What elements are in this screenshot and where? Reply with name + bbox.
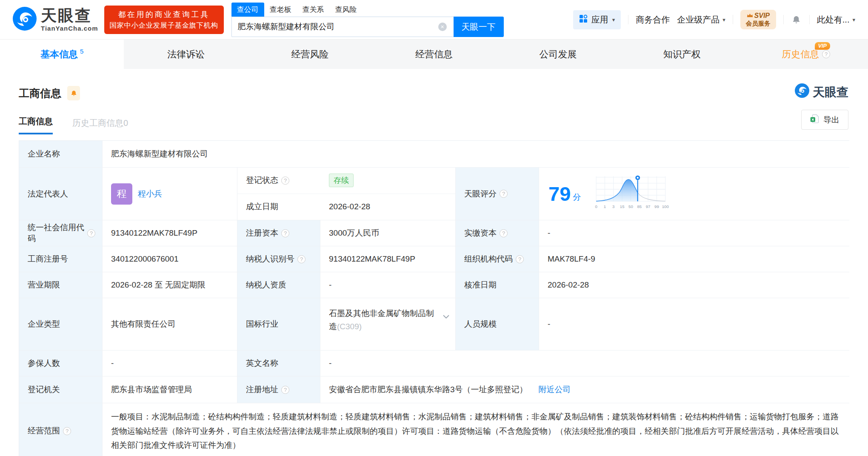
- reg-status-label-cell: 登记状态 ?: [237, 168, 320, 194]
- table-row: 参保人数 - 英文名称 -: [19, 351, 849, 376]
- tab-label: 公司发展: [539, 48, 577, 61]
- tab-basic-info[interactable]: 基本信息 5: [0, 40, 124, 69]
- org-code-label: 组织机构代码: [464, 254, 513, 265]
- tianyancha-swirl-icon: [795, 83, 809, 101]
- svg-text:85: 85: [637, 204, 642, 209]
- divider: [809, 15, 810, 24]
- industry-cell: 石墨及其他非金属矿物制品制造(C309): [320, 298, 456, 350]
- caret-down-icon: ▾: [612, 17, 615, 23]
- export-button[interactable]: 导出: [801, 110, 848, 130]
- reg-number-label: 工商注册号: [19, 246, 103, 272]
- help-icon[interactable]: ?: [500, 229, 508, 237]
- svg-text:15: 15: [620, 204, 625, 209]
- taxpayer-id-label-cell: 纳税人识别号 ?: [237, 246, 320, 272]
- org-code-label-cell: 组织机构代码 ?: [456, 246, 539, 272]
- paid-capital-label-cell: 实缴资本 ?: [456, 220, 539, 246]
- svg-text:99: 99: [654, 204, 659, 209]
- user-account-menu[interactable]: 此处有... ▾: [817, 14, 855, 26]
- excel-icon: [810, 114, 819, 125]
- reg-address-cell: 安徽省合肥市肥东县撮镇镇东华路3号（一址多照登记） 附近公司: [320, 376, 850, 403]
- help-icon[interactable]: ?: [281, 386, 289, 394]
- subtab-current-business-info[interactable]: 工商信息: [19, 116, 53, 134]
- svg-text:50: 50: [628, 204, 633, 209]
- search-tabs: 查公司 查老板 查关系 查风险: [231, 3, 504, 17]
- svip-member-button[interactable]: SVIP 会员服务: [740, 10, 776, 29]
- help-icon[interactable]: ?: [822, 50, 830, 58]
- enterprise-products-menu[interactable]: 企业级产品 ▾: [677, 14, 725, 26]
- vip-badge: VIP: [815, 42, 830, 50]
- tab-label: 经营风险: [291, 48, 329, 61]
- help-icon[interactable]: ?: [281, 177, 289, 185]
- svg-text:100: 100: [662, 204, 669, 209]
- help-icon[interactable]: ?: [297, 255, 306, 263]
- staff-size-value: -: [539, 298, 850, 350]
- svg-text:0: 0: [595, 204, 597, 209]
- score-distribution-chart: 0 1 3 15 50 85 97 99 100: [592, 174, 672, 214]
- tianyancha-logo[interactable]: 天眼查 TianYanCha.com: [13, 7, 98, 32]
- tab-operating-info[interactable]: 经营信息: [372, 40, 496, 69]
- taxpayer-quality-label: 纳税人资质: [237, 272, 320, 298]
- reg-address-label-cell: 注册地址 ?: [237, 376, 320, 403]
- tab-label: 法律诉讼: [167, 48, 205, 61]
- nearby-companies-link[interactable]: 附近公司: [539, 384, 571, 395]
- chevron-down-icon[interactable]: [443, 310, 449, 323]
- divider: [733, 15, 733, 24]
- help-icon[interactable]: ?: [516, 255, 524, 263]
- credit-code-value: 91340122MAK78LF49P: [103, 220, 237, 246]
- search-button[interactable]: 天眼一下: [454, 17, 504, 37]
- tab-company-development[interactable]: 公司发展: [496, 40, 620, 69]
- monitor-bell-icon[interactable]: [67, 86, 80, 100]
- taxpayer-id-value: 91340122MAK78LF49P: [320, 246, 456, 272]
- search-area: 查公司 查老板 查关系 查风险 × 天眼一下: [231, 3, 504, 37]
- clear-icon[interactable]: ×: [438, 23, 447, 31]
- tab-basic-info-count: 5: [80, 48, 83, 55]
- score-label: 天眼评分: [464, 188, 497, 200]
- caret-down-icon: ▾: [852, 17, 855, 23]
- subtab-history-business-info[interactable]: 历史工商信息0: [72, 117, 128, 134]
- reg-status-label: 登记状态: [246, 175, 278, 186]
- help-icon[interactable]: ?: [281, 229, 289, 237]
- credit-code-label-cell: 统一社会信用代码 ?: [19, 220, 103, 246]
- legal-rep-cell: 程 程小兵: [103, 168, 237, 220]
- slogan-line1: 都在用的商业查询工具: [110, 9, 218, 20]
- legal-rep-avatar[interactable]: 程: [111, 183, 132, 205]
- score-label-cell: 天眼评分 ?: [456, 168, 539, 220]
- help-icon[interactable]: ?: [87, 229, 95, 237]
- search-tab-company[interactable]: 查公司: [231, 3, 264, 17]
- business-cooperation-link[interactable]: 商务合作: [636, 14, 670, 26]
- reg-authority-label: 登记机关: [19, 376, 103, 403]
- notification-bell-icon[interactable]: [791, 15, 802, 25]
- reg-address-value: 安徽省合肥市肥东县撮镇镇东华路3号（一址多照登记）: [329, 384, 528, 395]
- search-tab-relation[interactable]: 查关系: [297, 3, 330, 17]
- tab-intellectual-property[interactable]: 知识产权: [620, 40, 744, 69]
- search-tab-boss[interactable]: 查老板: [264, 3, 297, 17]
- insured-value: -: [103, 351, 237, 376]
- user-account-label: 此处有...: [817, 14, 850, 26]
- taxpayer-id-label: 纳税人识别号: [246, 254, 294, 265]
- divider: [628, 15, 628, 24]
- company-name-value: 肥东海螺新型建材有限公司: [103, 141, 850, 167]
- table-row: 企业类型 其他有限责任公司 国标行业 石墨及其他非金属矿物制品制造(C309) …: [19, 298, 849, 351]
- slogan-line2: 国家中小企业发展子基金旗下机构: [110, 20, 218, 31]
- table-row: 经营范围 ? 一般项目：水泥制品制造；砼结构构件制造；轻质建筑材料制造；轻质建筑…: [19, 403, 849, 456]
- svg-text:3: 3: [612, 204, 614, 209]
- slogan-banner: 都在用的商业查询工具 国家中小企业发展子基金旗下机构: [104, 6, 224, 34]
- tab-history-info[interactable]: 历史信息 ? VIP: [744, 40, 868, 69]
- table-row: 营业期限 2026-02-28 至 无固定期限 纳税人资质 - 核准日期 202…: [19, 272, 849, 298]
- help-icon[interactable]: ?: [500, 190, 508, 198]
- table-row: 登记机关 肥东县市场监督管理局 注册地址 ? 安徽省合肥市肥东县撮镇镇东华路3号…: [19, 376, 849, 403]
- search-input[interactable]: [231, 17, 454, 37]
- enterprise-products-label: 企业级产品: [677, 14, 720, 26]
- english-name-label: 英文名称: [237, 351, 320, 376]
- business-term-label: 营业期限: [19, 272, 103, 298]
- legal-rep-name-link[interactable]: 程小兵: [138, 188, 162, 200]
- tab-operating-risk[interactable]: 经营风险: [248, 40, 372, 69]
- business-term-value: 2026-02-28 至 无固定期限: [103, 272, 237, 298]
- help-icon[interactable]: ?: [63, 427, 71, 435]
- search-tab-risk[interactable]: 查风险: [330, 3, 363, 17]
- tab-basic-info-label: 基本信息: [40, 48, 78, 61]
- status-date-subtable: 登记状态 ? 存续 成立日期 2026-02-28: [237, 168, 456, 220]
- tab-legal-proceedings[interactable]: 法律诉讼: [124, 40, 248, 69]
- header-menu: 应用 ▾ 商务合作 企业级产品 ▾ SVIP 会员服务: [573, 10, 855, 29]
- apps-menu[interactable]: 应用 ▾: [573, 10, 621, 29]
